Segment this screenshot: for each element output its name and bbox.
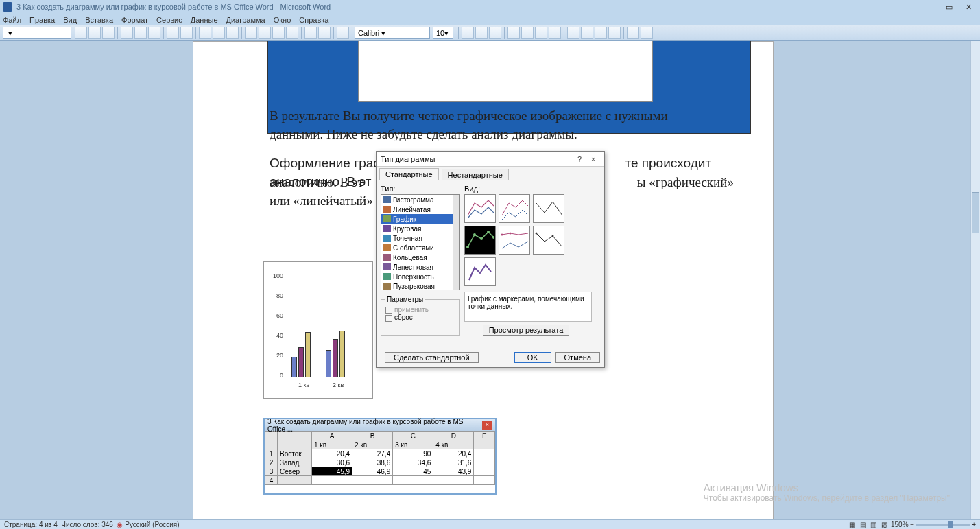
menu-format[interactable]: Формат bbox=[121, 16, 148, 24]
minimize-button[interactable]: — bbox=[921, 1, 939, 12]
tb-list4[interactable] bbox=[286, 27, 298, 39]
tb-under[interactable] bbox=[489, 27, 501, 39]
checkbox-apply[interactable] bbox=[385, 307, 392, 314]
tb-color[interactable] bbox=[304, 27, 317, 39]
cancel-button[interactable]: Отмена bbox=[555, 352, 600, 363]
datasheet-close[interactable]: × bbox=[482, 421, 492, 430]
tb-ind2[interactable] bbox=[641, 27, 653, 39]
zoom-slider[interactable]: −+ bbox=[910, 521, 976, 528]
subtype-2[interactable] bbox=[499, 194, 530, 223]
zoom-value: 150% bbox=[891, 521, 909, 528]
dialog-close-button[interactable]: × bbox=[586, 155, 600, 163]
svg-point-7 bbox=[536, 233, 538, 235]
ok-button[interactable]: OK bbox=[514, 352, 551, 363]
tb-cut[interactable] bbox=[121, 27, 133, 39]
type-scatter: Точечная bbox=[381, 233, 459, 243]
type-area: С областями bbox=[381, 243, 459, 252]
tb-help[interactable] bbox=[337, 27, 349, 39]
subtype-description: График с маркерами, помечающими точки да… bbox=[464, 292, 592, 322]
tb-dec1[interactable] bbox=[595, 27, 607, 39]
tb-copy[interactable] bbox=[134, 27, 147, 39]
font-combo[interactable]: Calibri ▾ bbox=[355, 27, 430, 39]
status-lang[interactable]: Русский (Россия) bbox=[125, 521, 179, 528]
subtype-5[interactable] bbox=[499, 226, 530, 255]
tb-pct[interactable] bbox=[567, 27, 579, 39]
tb-dec2[interactable] bbox=[608, 27, 621, 39]
activation-watermark: Активация Windows Чтобы активировать Win… bbox=[704, 482, 950, 503]
tb-list1[interactable] bbox=[245, 27, 257, 39]
dialog-titlebar[interactable]: Тип диаграммы ? × bbox=[377, 152, 604, 167]
tb-italic[interactable] bbox=[475, 27, 488, 39]
paragraph-1: В результате Вы получите четкое графичес… bbox=[270, 107, 708, 143]
tb-table[interactable] bbox=[199, 27, 211, 39]
subtype-3[interactable] bbox=[533, 194, 564, 223]
tb-align-r[interactable] bbox=[535, 27, 547, 39]
menu-insert[interactable]: Вставка bbox=[85, 16, 113, 24]
maximize-button[interactable]: ▭ bbox=[940, 1, 958, 12]
tb-redo[interactable] bbox=[180, 27, 193, 39]
menu-window[interactable]: Окно bbox=[274, 16, 291, 24]
type-histogram: Гистограмма bbox=[381, 195, 459, 204]
type-line: График bbox=[381, 214, 459, 224]
status-words: Число слов: 346 bbox=[61, 521, 113, 528]
menu-edit[interactable]: Правка bbox=[29, 16, 55, 24]
vertical-scrollbar[interactable] bbox=[970, 41, 980, 519]
type-label: Тип: bbox=[381, 185, 460, 193]
subtype-4[interactable] bbox=[464, 226, 496, 255]
tb-list3[interactable] bbox=[272, 27, 285, 39]
view-buttons[interactable]: ▦ ▤ ▥ ▧ bbox=[849, 521, 889, 528]
tb-undo[interactable] bbox=[167, 27, 179, 39]
type-list[interactable]: Гистограмма Линейчатая График Круговая Т… bbox=[381, 194, 460, 290]
bar-chart: 0 20 40 60 80 100 1 кв 2 кв bbox=[263, 261, 373, 399]
tb-align-c[interactable] bbox=[521, 27, 534, 39]
scroll-thumb[interactable] bbox=[972, 192, 979, 233]
tb-paste[interactable] bbox=[148, 27, 160, 39]
make-default-button[interactable]: Сделать стандартной bbox=[385, 352, 479, 363]
title-bar: 3 Как создать диаграмму или график в кур… bbox=[0, 0, 980, 14]
style-combo[interactable]: ▾ bbox=[3, 27, 71, 39]
tb-save[interactable] bbox=[102, 27, 115, 39]
close-button[interactable]: ✕ bbox=[959, 1, 977, 12]
svg-point-0 bbox=[466, 246, 469, 248]
type-scrollbar[interactable] bbox=[453, 195, 459, 290]
word-icon bbox=[3, 2, 12, 12]
menu-chart[interactable]: Диаграмма bbox=[226, 16, 265, 24]
tb-bold[interactable] bbox=[462, 27, 474, 39]
datasheet-grid[interactable]: AB CD E 1 кв 2 кв 3 кв 4 кв 1 Восток 20,… bbox=[265, 431, 495, 485]
subtype-7[interactable] bbox=[464, 257, 496, 286]
tb-ind1[interactable] bbox=[627, 27, 639, 39]
size-combo[interactable]: 10▾ bbox=[433, 27, 453, 39]
menu-view[interactable]: Вид bbox=[63, 16, 77, 24]
tab-standard[interactable]: Стандартные bbox=[379, 168, 439, 180]
checkbox-reset[interactable] bbox=[385, 315, 392, 322]
svg-point-1 bbox=[473, 233, 476, 236]
tab-custom[interactable]: Нестандартные bbox=[442, 169, 509, 180]
subtype-6[interactable] bbox=[533, 226, 564, 255]
tb-pic[interactable] bbox=[226, 27, 239, 39]
tb-chart[interactable] bbox=[213, 27, 225, 39]
tb-new[interactable] bbox=[75, 27, 87, 39]
type-surface: Поверхность bbox=[381, 272, 459, 281]
tb-align-j[interactable] bbox=[549, 27, 561, 39]
menu-file[interactable]: Файл bbox=[3, 16, 21, 24]
tb-list2[interactable] bbox=[259, 27, 271, 39]
status-page: Страница: 4 из 4 bbox=[4, 521, 58, 528]
lang-icon: ◉ bbox=[117, 521, 123, 528]
tb-open[interactable] bbox=[88, 27, 101, 39]
tb-draw[interactable] bbox=[318, 27, 331, 39]
datasheet-title[interactable]: 3 Как создать диаграмму или график в кур… bbox=[265, 419, 495, 431]
datasheet-window[interactable]: 3 Как создать диаграмму или график в кур… bbox=[263, 418, 497, 495]
status-bar: Страница: 4 из 4 Число слов: 346 ◉ Русск… bbox=[0, 519, 980, 529]
type-bar: Линейчатая bbox=[381, 204, 459, 214]
subtype-1[interactable] bbox=[464, 194, 496, 223]
tb-000[interactable] bbox=[581, 27, 593, 39]
menu-help[interactable]: Справка bbox=[299, 16, 328, 24]
menu-data[interactable]: Данные bbox=[191, 16, 218, 24]
view-label: Вид: bbox=[464, 185, 592, 193]
svg-point-2 bbox=[480, 237, 483, 240]
chart-type-dialog[interactable]: Тип диаграммы ? × Стандартные Нестандарт… bbox=[376, 151, 605, 368]
dialog-help-button[interactable]: ? bbox=[573, 155, 586, 163]
preview-result-button[interactable]: Просмотр результата bbox=[483, 325, 570, 336]
menu-tools[interactable]: Сервис bbox=[156, 16, 182, 24]
tb-align-l[interactable] bbox=[507, 27, 520, 39]
